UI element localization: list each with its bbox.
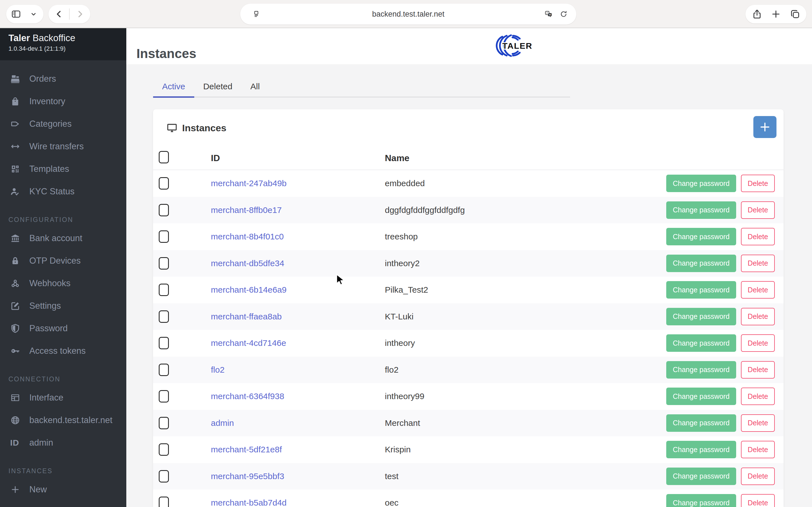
new-tab-icon[interactable]: [768, 6, 783, 22]
instance-name: Merchant: [385, 410, 420, 437]
instance-id-link[interactable]: merchant-ffaea8ab: [211, 303, 282, 330]
translate-icon[interactable]: A★: [541, 6, 556, 22]
row-checkbox[interactable]: [159, 337, 169, 349]
back-icon[interactable]: [51, 6, 66, 22]
instance-id-link[interactable]: merchant-b5ab7d4d: [211, 490, 287, 507]
change-password-button[interactable]: Change password: [666, 228, 736, 245]
change-password-button[interactable]: Change password: [666, 361, 736, 379]
sidebar-item-list[interactable]: List: [0, 501, 126, 507]
instance-id-link[interactable]: flo2: [211, 356, 224, 383]
instance-id-link[interactable]: admin: [211, 410, 234, 437]
row-checkbox[interactable]: [159, 417, 169, 429]
instance-id-link[interactable]: merchant-6364f938: [211, 383, 284, 410]
instance-id-link[interactable]: merchant-db5dfe34: [211, 250, 284, 277]
instance-id-link[interactable]: merchant-4cd7146e: [211, 330, 286, 356]
sidebar-item-admin[interactable]: IDadmin: [0, 432, 126, 454]
id-badge-icon: ID: [10, 438, 22, 448]
delete-button[interactable]: Delete: [741, 281, 775, 298]
url-text[interactable]: backend.test.taler.net: [240, 10, 576, 18]
app-brand: TalerBackoffice 1.0.34-dev.1 (21:1:9): [0, 28, 126, 60]
forward-icon[interactable]: [72, 6, 88, 22]
sidebar-item-backend-test-taler-net[interactable]: backend.test.taler.net: [0, 409, 126, 432]
delete-button[interactable]: Delete: [741, 334, 775, 352]
sidebar-item-orders[interactable]: Orders: [0, 68, 126, 90]
delete-button[interactable]: Delete: [741, 228, 775, 245]
sidebar-item-categories[interactable]: Categories: [0, 113, 126, 135]
delete-button[interactable]: Delete: [741, 308, 775, 325]
row-checkbox[interactable]: [159, 257, 169, 270]
qr-code-icon: [10, 164, 22, 174]
instance-id-link[interactable]: merchant-8ffb0e17: [211, 197, 282, 224]
instance-id-link[interactable]: merchant-247ab49b: [211, 170, 287, 197]
tab-all[interactable]: All: [241, 78, 269, 97]
plus-icon: [759, 121, 771, 133]
tab-deleted[interactable]: Deleted: [194, 78, 241, 97]
delete-button[interactable]: Delete: [741, 255, 775, 272]
row-checkbox[interactable]: [159, 284, 169, 296]
sidebar-item-interface[interactable]: Interface: [0, 386, 126, 409]
sidebar-item-password[interactable]: Password: [0, 317, 126, 340]
row-checkbox[interactable]: [159, 390, 169, 402]
shopping-bag-icon: [10, 96, 22, 107]
delete-button[interactable]: Delete: [741, 202, 775, 219]
change-password-button[interactable]: Change password: [666, 308, 736, 325]
sidebar-item-label: Categories: [29, 119, 71, 129]
change-password-button[interactable]: Change password: [666, 388, 736, 405]
reload-icon[interactable]: [556, 6, 571, 22]
row-checkbox[interactable]: [159, 204, 169, 216]
webhook-icon: [10, 278, 22, 289]
change-password-button[interactable]: Change password: [666, 175, 736, 192]
share-icon[interactable]: [749, 6, 765, 22]
sidebar-item-templates[interactable]: Templates: [0, 158, 126, 180]
change-password-button[interactable]: Change password: [666, 467, 736, 485]
change-password-button[interactable]: Change password: [666, 202, 736, 219]
toolbar-nav-group: [49, 5, 90, 23]
sidebar-item-label: KYC Status: [29, 186, 74, 196]
sidebar-item-new[interactable]: New: [0, 478, 126, 501]
row-checkbox[interactable]: [159, 177, 169, 189]
sidebar-item-kyc-status[interactable]: KYC Status: [0, 180, 126, 203]
add-instance-button[interactable]: [753, 116, 776, 138]
row-checkbox[interactable]: [159, 311, 169, 323]
change-password-button[interactable]: Change password: [666, 414, 736, 432]
sidebar-toggle-icon[interactable]: [8, 6, 24, 22]
table-row: adminMerchantChange passwordDelete: [153, 410, 783, 437]
delete-button[interactable]: Delete: [741, 441, 775, 458]
sidebar-item-webhooks[interactable]: Webhooks: [0, 272, 126, 295]
instance-id-link[interactable]: merchant-8b4f01c0: [211, 223, 284, 250]
change-password-button[interactable]: Change password: [666, 441, 736, 458]
sidebar-item-wire-transfers[interactable]: Wire transfers: [0, 135, 126, 158]
delete-button[interactable]: Delete: [741, 494, 775, 507]
instance-id-link[interactable]: merchant-5df21e8f: [211, 436, 282, 463]
sidebar-item-otp-devices[interactable]: OTP Devices: [0, 249, 126, 272]
change-password-button[interactable]: Change password: [666, 334, 736, 352]
delete-button[interactable]: Delete: [741, 361, 775, 379]
tab-overview-icon[interactable]: [788, 6, 803, 22]
row-checkbox[interactable]: [159, 363, 169, 376]
select-all-checkbox[interactable]: [159, 151, 169, 163]
delete-button[interactable]: Delete: [741, 414, 775, 432]
sidebar-item-access-tokens[interactable]: Access tokens: [0, 340, 126, 362]
sidebar-item-bank-account[interactable]: Bank account: [0, 227, 126, 249]
delete-button[interactable]: Delete: [741, 175, 775, 192]
address-bar[interactable]: backend.test.taler.net A★: [240, 4, 576, 24]
delete-button[interactable]: Delete: [741, 388, 775, 405]
change-password-button[interactable]: Change password: [666, 494, 736, 507]
instance-id-link[interactable]: merchant-6b14e6a9: [211, 277, 287, 303]
chevron-down-icon[interactable]: [26, 6, 41, 22]
row-checkbox[interactable]: [159, 443, 169, 456]
tab-active[interactable]: Active: [153, 78, 194, 98]
sidebar-item-inventory[interactable]: Inventory: [0, 90, 126, 113]
row-checkbox[interactable]: [159, 497, 169, 507]
plus-icon: [10, 484, 22, 495]
delete-button[interactable]: Delete: [741, 467, 775, 485]
card-header: Instances: [153, 109, 783, 147]
row-checkbox[interactable]: [159, 230, 169, 243]
row-checkbox[interactable]: [159, 470, 169, 483]
change-password-button[interactable]: Change password: [666, 281, 736, 298]
column-header-name: Name: [385, 147, 409, 170]
instance-id-link[interactable]: merchant-95e5bbf3: [211, 463, 284, 490]
sidebar-item-label: Password: [29, 323, 68, 334]
change-password-button[interactable]: Change password: [666, 255, 736, 272]
sidebar-item-settings[interactable]: Settings: [0, 295, 126, 317]
